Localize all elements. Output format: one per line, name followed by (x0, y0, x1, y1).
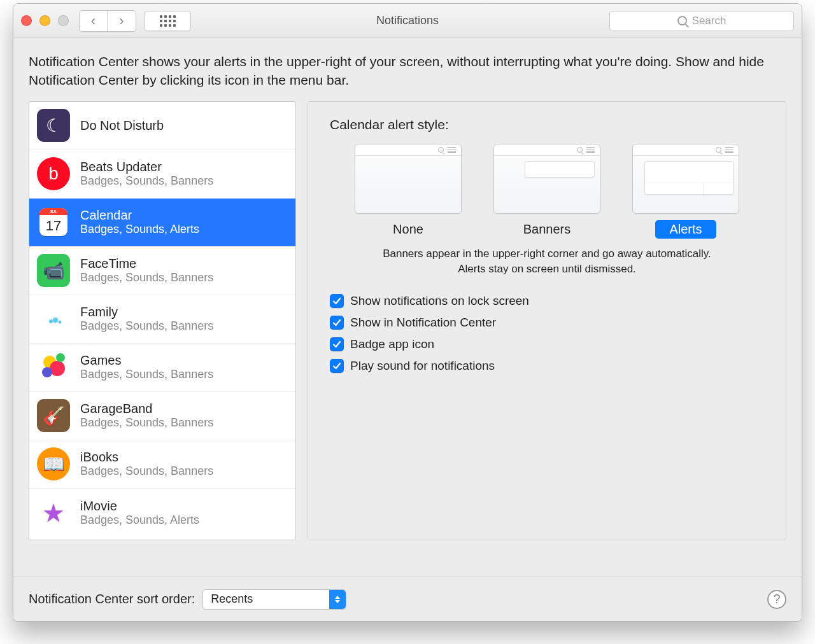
sidebar-item-subtitle: Badges, Sounds, Banners (80, 465, 213, 478)
app-list[interactable]: ☾Do Not DisturbbBeats UpdaterBadges, Sou… (29, 101, 296, 540)
chevron-right-icon: › (119, 13, 124, 29)
svg-point-1 (53, 318, 58, 323)
content: Notification Center shows your alerts in… (13, 38, 802, 577)
sidebar-item-title: GarageBand (80, 402, 213, 416)
sidebar-item-title: Family (80, 305, 213, 319)
sidebar-item-subtitle: Badges, Sounds, Banners (80, 416, 213, 430)
sidebar-item-imovie[interactable]: ★iMovieBadges, Sounds, Alerts (29, 489, 295, 537)
checkbox-label: Play sound for notifications (350, 359, 495, 373)
titlebar: ‹ › Notifications Search (13, 4, 802, 38)
sidebar-item-title: Do Not Disturb (80, 118, 164, 133)
alert-style-heading: Calendar alert style: (330, 117, 764, 132)
checkbox-icon (330, 294, 344, 308)
svg-point-0 (49, 319, 53, 323)
sidebar-item-calendar[interactable]: JUL17CalendarBadges, Sounds, Alerts (29, 199, 295, 247)
zoom-window-button (58, 15, 69, 26)
sidebar-item-garageband[interactable]: 🎸GarageBandBadges, Sounds, Banners (29, 392, 295, 440)
checkbox-label: Show in Notification Center (350, 316, 496, 330)
alert-style-label: Banners (509, 220, 585, 239)
sidebar-item-subtitle: Badges, Sounds, Alerts (80, 514, 199, 527)
sidebar-item-do-not-disturb[interactable]: ☾Do Not Disturb (29, 102, 295, 150)
sidebar-item-subtitle: Badges, Sounds, Alerts (80, 223, 199, 236)
svg-point-2 (59, 321, 62, 324)
alert-style-none[interactable]: None (355, 144, 462, 239)
checkbox-label: Badge app icon (350, 337, 434, 351)
do-not-disturb-icon: ☾ (37, 109, 70, 142)
grid-icon (160, 15, 176, 27)
search-input[interactable]: Search (609, 11, 794, 31)
back-button[interactable]: ‹ (80, 11, 108, 31)
sort-order-value: Recents (203, 592, 329, 606)
sidebar-item-subtitle: Badges, Sounds, Banners (80, 368, 213, 381)
checkbox-play-sound-for-notifications[interactable]: Play sound for notifications (330, 359, 764, 373)
chevron-left-icon: ‹ (91, 13, 96, 29)
checkbox-label: Show notifications on lock screen (350, 294, 529, 308)
family-icon (37, 302, 70, 335)
checkbox-icon (330, 359, 344, 373)
show-all-button[interactable] (144, 11, 191, 31)
columns: ☾Do Not DisturbbBeats UpdaterBadges, Sou… (29, 101, 786, 577)
notification-options: Show notifications on lock screenShow in… (330, 294, 764, 373)
sidebar-item-beats-updater[interactable]: bBeats UpdaterBadges, Sounds, Banners (29, 150, 295, 199)
sidebar-item-title: FaceTime (80, 256, 213, 271)
alert-style-hint: Banners appear in the upper-right corner… (369, 246, 725, 277)
close-window-button[interactable] (21, 15, 32, 26)
alert-style-alerts[interactable]: Alerts (632, 144, 739, 239)
sidebar-item-games[interactable]: GamesBadges, Sounds, Banners (29, 344, 295, 392)
alert-style-label: Alerts (655, 220, 716, 239)
checkbox-show-in-notification-center[interactable]: Show in Notification Center (330, 316, 764, 330)
alert-style-preview (355, 144, 462, 214)
stepper-icon (329, 590, 346, 609)
alert-style-preview (493, 144, 600, 214)
minimize-window-button[interactable] (39, 15, 50, 26)
sort-order-label: Notification Center sort order: (29, 592, 195, 606)
alert-style-preview (632, 144, 739, 214)
help-icon: ? (773, 592, 780, 606)
window-controls (21, 15, 69, 26)
sidebar-item-subtitle: Badges, Sounds, Banners (80, 319, 213, 333)
alert-style-label: None (379, 220, 437, 239)
alert-style-banners[interactable]: Banners (493, 144, 600, 239)
sidebar-item-title: iMovie (80, 499, 199, 514)
ibooks-icon: 📖 (37, 447, 70, 480)
sidebar-item-title: Games (80, 353, 213, 368)
checkbox-icon (330, 316, 344, 330)
help-button[interactable]: ? (767, 590, 786, 609)
garageband-icon: 🎸 (37, 399, 70, 432)
checkbox-badge-app-icon[interactable]: Badge app icon (330, 337, 764, 351)
search-placeholder: Search (692, 15, 726, 27)
facetime-icon: 📹 (37, 254, 70, 287)
calendar-icon: JUL17 (37, 206, 70, 239)
sort-order-select[interactable]: Recents (202, 589, 346, 610)
checkbox-show-notifications-on-lock-screen[interactable]: Show notifications on lock screen (330, 294, 764, 308)
sidebar-item-title: iBooks (80, 450, 213, 465)
sidebar-item-subtitle: Badges, Sounds, Banners (80, 271, 213, 284)
sidebar-item-ibooks[interactable]: 📖iBooksBadges, Sounds, Banners (29, 440, 295, 489)
games-icon (37, 351, 70, 384)
checkbox-icon (330, 337, 344, 351)
intro-text: Notification Center shows your alerts in… (29, 52, 786, 90)
preferences-window: ‹ › Notifications Search Notification Ce… (13, 3, 802, 622)
nav-buttons: ‹ › (79, 10, 136, 32)
search-icon (677, 16, 687, 25)
footer: Notification Center sort order: Recents … (13, 577, 802, 621)
beats-updater-icon: b (37, 157, 70, 190)
sidebar-item-family[interactable]: FamilyBadges, Sounds, Banners (29, 295, 295, 344)
alert-style-options: NoneBannersAlerts (330, 144, 764, 239)
detail-panel: Calendar alert style: NoneBannersAlerts … (308, 101, 786, 540)
sidebar-item-facetime[interactable]: 📹FaceTimeBadges, Sounds, Banners (29, 247, 295, 295)
sidebar-item-subtitle: Badges, Sounds, Banners (80, 174, 213, 188)
sidebar-item-title: Calendar (80, 208, 199, 223)
sidebar-item-title: Beats Updater (80, 160, 213, 174)
forward-button[interactable]: › (108, 11, 136, 31)
imovie-icon: ★ (37, 496, 70, 529)
